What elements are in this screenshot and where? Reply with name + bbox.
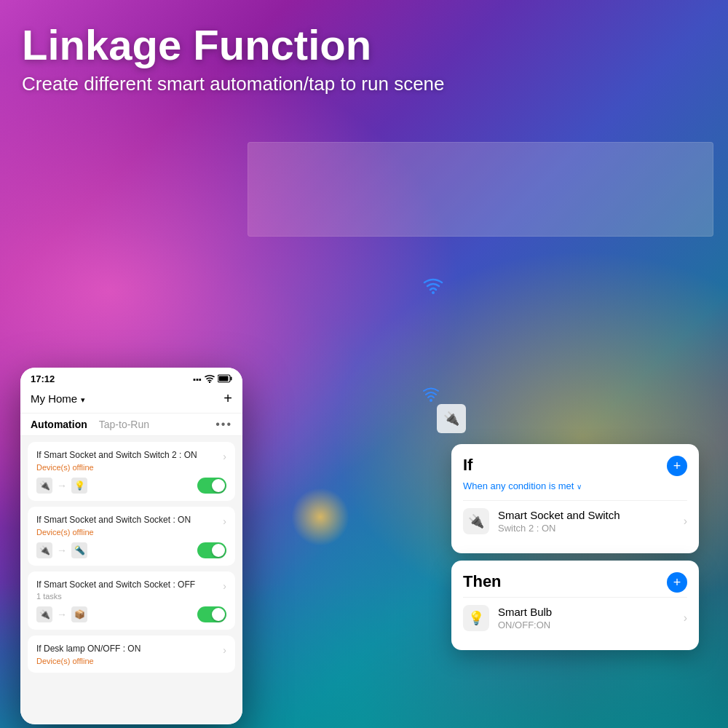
chevron-right-4: ›: [223, 644, 226, 656]
auto-item-title-4: If Desk lamp ON/OFF : ON: [36, 643, 220, 655]
auto-item-bottom-3: 🔌 → 📦: [36, 606, 226, 622]
auto-item-top-1: If Smart Socket and Switch Switch 2 : ON…: [36, 449, 226, 472]
then-device-name: Smart Bulb: [498, 606, 684, 618]
auto-item-text-4: If Desk lamp ON/OFF : ON Device(s) offli…: [36, 643, 220, 665]
then-panel-title: Then: [463, 572, 502, 591]
if-device-detail: Switch 2 : ON: [498, 523, 684, 534]
device-icon-plug-3: 🔌: [36, 606, 52, 622]
auto-item-text-2: If Smart Socket and Switch Socket : ON D…: [36, 514, 220, 537]
battery-icon: [218, 374, 232, 384]
header-section: Linkage Function Create different smart …: [22, 22, 445, 95]
smart-socket-room-icon: 🔌: [437, 404, 466, 433]
chevron-right-1: ›: [223, 451, 226, 462]
if-device-icon: 🔌: [463, 508, 489, 534]
device-icon-plug-1: 🔌: [36, 478, 52, 494]
then-device-detail: ON/OFF:ON: [498, 620, 684, 630]
if-panel-title: If: [463, 456, 472, 475]
auto-item-bottom-2: 🔌 → 🔦: [36, 542, 226, 558]
auto-item-status-2: Device(s) offline: [36, 528, 220, 537]
phone-tabs: Automation Tap-to-Run •••: [20, 414, 242, 436]
auto-item-status-3: 1 tasks: [36, 592, 220, 601]
auto-item-icons-2: 🔌 → 🔦: [36, 542, 87, 558]
toggle-knob-1: [212, 479, 225, 492]
tab-more-dots[interactable]: •••: [215, 418, 232, 431]
auto-item-status-1: Device(s) offline: [36, 463, 220, 472]
auto-item-top-4: If Desk lamp ON/OFF : ON Device(s) offli…: [36, 643, 226, 665]
if-device-chevron-icon: ›: [684, 515, 687, 528]
tab-automation[interactable]: Automation: [31, 419, 87, 430]
chevron-right-2: ›: [223, 515, 226, 527]
then-device-chevron-icon: ›: [684, 612, 687, 625]
condition-chevron-icon: ∨: [577, 483, 582, 491]
status-icons: ▪▪▪: [193, 374, 232, 384]
auto-item-status-4: Device(s) offline: [36, 657, 220, 665]
toggle-switch-3[interactable]: [197, 606, 226, 622]
panel-container: If + When any condition is met ∨ 🔌 Smart…: [451, 444, 699, 657]
chevron-right-3: ›: [223, 580, 226, 592]
home-nav-group: My Home ▾: [31, 392, 85, 405]
then-add-button[interactable]: +: [667, 572, 687, 593]
automation-item-4[interactable]: If Desk lamp ON/OFF : ON Device(s) offli…: [28, 636, 235, 673]
then-device-info: Smart Bulb ON/OFF:ON: [498, 606, 684, 630]
status-time: 17:12: [31, 373, 55, 384]
if-panel-header: If +: [463, 456, 687, 476]
wifi-status-icon: [205, 374, 215, 384]
device-icon-plug-2: 🔌: [36, 542, 52, 558]
if-condition-label[interactable]: When any condition is met ∨: [463, 480, 687, 491]
nav-add-button[interactable]: +: [223, 390, 232, 407]
wifi-icon-room-1: [422, 277, 444, 301]
auto-item-title-1: If Smart Socket and Switch Switch 2 : ON: [36, 449, 220, 462]
tab-tap-to-run[interactable]: Tap-to-Run: [99, 419, 149, 430]
device-icon-box-3: 📦: [71, 606, 87, 622]
auto-item-text-1: If Smart Socket and Switch Switch 2 : ON…: [36, 449, 220, 472]
auto-item-title-3: If Smart Socket and Switch Socket : OFF: [36, 579, 220, 591]
phone-status-bar: 17:12 ▪▪▪: [20, 368, 242, 387]
wifi-icon-room-2: [422, 386, 440, 406]
device-icon-bulb-1: 💡: [71, 478, 87, 494]
automation-item-2[interactable]: If Smart Socket and Switch Socket : ON D…: [28, 507, 235, 566]
auto-item-text-3: If Smart Socket and Switch Socket : OFF …: [36, 579, 220, 601]
arrow-icon-3: →: [57, 609, 67, 620]
arrow-icon-2: →: [57, 545, 67, 556]
then-device-icon: 💡: [463, 605, 489, 631]
page-subtitle: Create different smart automation/tap to…: [22, 73, 445, 95]
device-icon-light-2: 🔦: [71, 542, 87, 558]
lamp-glow: [291, 488, 349, 546]
automation-list: If Smart Socket and Switch Switch 2 : ON…: [20, 436, 242, 724]
auto-item-bottom-1: 🔌 → 💡: [36, 478, 226, 494]
then-panel-header: Then +: [463, 572, 687, 593]
then-panel: Then + 💡 Smart Bulb ON/OFF:ON ›: [451, 561, 699, 650]
then-device-row[interactable]: 💡 Smart Bulb ON/OFF:ON ›: [463, 597, 687, 638]
svg-point-1: [430, 399, 432, 402]
auto-item-icons-3: 🔌 → 📦: [36, 606, 87, 622]
toggle-knob-2: [212, 544, 225, 557]
svg-point-2: [209, 381, 210, 382]
phone-nav: My Home ▾ +: [20, 387, 242, 414]
page-title: Linkage Function: [22, 22, 445, 68]
arrow-icon-1: →: [57, 480, 67, 491]
phone-mockup: 17:12 ▪▪▪ My Home: [20, 368, 242, 724]
automation-item-1[interactable]: If Smart Socket and Switch Switch 2 : ON…: [28, 442, 235, 501]
if-device-info: Smart Socket and Switch Switch 2 : ON: [498, 509, 684, 534]
auto-item-title-2: If Smart Socket and Switch Socket : ON: [36, 514, 220, 526]
if-add-button[interactable]: +: [667, 456, 687, 476]
if-device-row[interactable]: 🔌 Smart Socket and Switch Switch 2 : ON …: [463, 500, 687, 542]
signal-icon: ▪▪▪: [193, 375, 202, 384]
auto-item-icons-1: 🔌 → 💡: [36, 478, 87, 494]
if-panel: If + When any condition is met ∨ 🔌 Smart…: [451, 444, 699, 553]
toggle-switch-2[interactable]: [197, 542, 226, 558]
toggle-switch-1[interactable]: [197, 478, 226, 494]
auto-item-top-2: If Smart Socket and Switch Socket : ON D…: [36, 514, 226, 537]
home-label: My Home: [31, 392, 77, 405]
svg-rect-4: [231, 376, 232, 380]
dropdown-arrow: ▾: [81, 395, 85, 404]
if-device-name: Smart Socket and Switch: [498, 509, 684, 521]
auto-item-top-3: If Smart Socket and Switch Socket : OFF …: [36, 579, 226, 601]
svg-rect-5: [219, 376, 229, 381]
svg-point-0: [432, 291, 435, 294]
automation-item-3[interactable]: If Smart Socket and Switch Socket : OFF …: [28, 571, 235, 630]
toggle-knob-3: [212, 608, 225, 621]
